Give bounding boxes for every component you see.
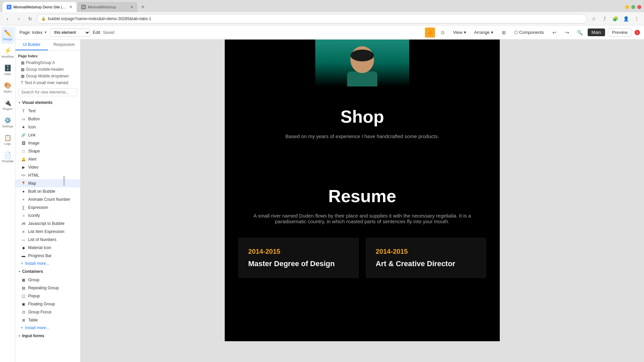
search-btn[interactable]: 🔍 (575, 27, 585, 38)
page-dropdown-icon: ▼ (44, 31, 47, 34)
panel-collapse-handle[interactable] (63, 176, 65, 186)
main-button[interactable]: Main (588, 28, 605, 36)
tab-close-1[interactable]: ✕ (69, 5, 72, 9)
sidebar-item-data[interactable]: 🗄️ Data (1, 62, 14, 78)
address-bar[interactable]: 🔒 bubble.io/page?name=index&id=demo-3028… (37, 14, 587, 23)
repeating-group-icon: ▤ (21, 285, 26, 291)
element-group[interactable]: ▦ Group (15, 276, 80, 284)
forward-button[interactable]: › (14, 14, 23, 23)
containers-toggle[interactable]: ▼ Containers (15, 267, 80, 276)
element-floating-group[interactable]: ▣ Floating Group (15, 300, 80, 308)
grid-icon-btn[interactable]: ⊞ (499, 27, 509, 38)
tab-active[interactable]: B MinimalWebshop Demo Site | Bu... ✕ (3, 2, 76, 12)
view-button[interactable]: View ▾ (450, 28, 469, 36)
element-table[interactable]: ⊞ Table (15, 316, 80, 324)
sidebar-item-settings[interactable]: ⚙️ Settings (1, 114, 14, 131)
resume-year-1: 2014-2015 (376, 248, 476, 255)
window-close[interactable] (637, 5, 641, 9)
alert-element-icon: 🔔 (21, 157, 26, 162)
tab-close-2[interactable]: ✕ (130, 5, 133, 9)
element-map[interactable]: 📍 Map (15, 179, 80, 187)
menu-icon[interactable]: ⋮ (632, 14, 641, 23)
extensions-icon[interactable]: 🧩 (610, 14, 620, 23)
element-built-on-bubble[interactable]: ● Built on Bubble (15, 187, 80, 195)
element-icon[interactable]: ★ Icon (15, 123, 80, 131)
link-label: Link (28, 133, 36, 137)
sidebar-item-template[interactable]: 📄 Template (1, 149, 14, 166)
element-shape[interactable]: □ Shape (15, 147, 80, 155)
shop-subtitle: Based on my years of experience I have h… (278, 133, 446, 139)
share-icon[interactable]: ⤴ (600, 14, 609, 23)
element-button[interactable]: ▭ Button (15, 115, 80, 123)
tree-item-icon-mobile-header: ▦ (21, 67, 24, 72)
element-video[interactable]: ▶ Video (15, 163, 80, 171)
address-text: bubble.io/page?name=index&id=demo-30285&… (48, 16, 151, 21)
element-javascript-to-bubble[interactable]: JS Javascript to Bubble (15, 220, 80, 228)
main-canvas[interactable]: Shop Based on my years of experience I h… (80, 40, 644, 362)
resume-subtitle: A small river named Duden flows by their… (245, 213, 480, 224)
redo-btn[interactable]: ↪ (562, 27, 572, 38)
styles-label: Styles (3, 90, 12, 93)
undo-btn[interactable]: ↩ (549, 27, 559, 38)
element-alert[interactable]: 🔔 Alert (15, 155, 80, 163)
element-progress-bar[interactable]: ▬ Progress Bar (15, 252, 80, 260)
element-popup[interactable]: ⬜ Popup (15, 292, 80, 300)
input-forms-toggle[interactable]: ▼ Input forms (15, 331, 80, 340)
sidebar-item-styles[interactable]: 🎨 Styles (1, 79, 14, 96)
search-toolbar-btn[interactable]: ⊙ (438, 27, 448, 38)
install-more-visual-btn[interactable]: + Install more... (15, 260, 80, 267)
tree-item-group-mobile-dropdown[interactable]: ▦ Group Mobile dropdown (15, 73, 80, 79)
visual-elements-toggle[interactable]: ▼ Visual elements (15, 98, 80, 107)
logs-label: Logs (4, 142, 11, 145)
notification-badge[interactable]: 1 (635, 30, 640, 35)
tree-item-floating-group-a[interactable]: ▦ FloatingGroup A (15, 59, 80, 66)
tab-inactive[interactable]: M MinimalWebshop ✕ (77, 2, 138, 12)
element-repeating-group[interactable]: ▤ Repeating Group (15, 284, 80, 292)
input-forms-arrow: ▼ (18, 335, 21, 338)
profile-icon[interactable]: 👤 (621, 14, 631, 23)
element-text[interactable]: T Text (15, 107, 80, 115)
sidebar-item-design[interactable]: ✏️ Design (1, 27, 14, 44)
element-search-input[interactable] (18, 88, 77, 96)
arrange-button[interactable]: Arrange ▾ (472, 28, 496, 36)
element-link[interactable]: 🔗 Link (15, 131, 80, 139)
tree-item-group-mobile-header[interactable]: ▦ Group mobile-header (15, 66, 80, 73)
element-iconify[interactable]: ☆ Iconify (15, 212, 80, 220)
reload-button[interactable]: ↻ (25, 14, 35, 23)
element-selector[interactable]: this element (50, 28, 90, 37)
sidebar-item-workflow[interactable]: ⚡ Workflow (1, 44, 14, 61)
install-more-visual-icon: + (21, 261, 23, 266)
page-selector[interactable]: Page: index ▼ (19, 30, 47, 35)
group-label: Group (28, 278, 39, 282)
element-html[interactable]: </> HTML (15, 171, 80, 179)
components-button[interactable]: ⬡ Components (512, 28, 547, 36)
install-more-containers-btn[interactable]: + Install more... (15, 324, 80, 331)
data-label: Data (4, 72, 11, 76)
bubble-icon-btn[interactable]: 🔶 (425, 27, 435, 38)
preview-button[interactable]: Preview (608, 28, 632, 37)
sidebar-item-logs[interactable]: 📋 Logs (1, 131, 14, 148)
sidebar-item-plugins[interactable]: 🔌 Plugins (1, 97, 14, 113)
element-list-of-numbers[interactable]: — List of Numbers (15, 236, 80, 244)
element-material-icon[interactable]: ◆ Material Icon (15, 244, 80, 252)
element-group-focus[interactable]: ⊡ Group Focus (15, 308, 80, 316)
settings-icon: ⚙️ (4, 117, 11, 124)
components-icon: ⬡ (514, 30, 518, 35)
edit-link[interactable]: Edit (93, 30, 100, 35)
window-maximize[interactable] (631, 5, 635, 9)
element-expression[interactable]: ∑ Expression (15, 203, 80, 212)
back-button[interactable]: ‹ (3, 14, 12, 23)
app: ✏️ Design ⚡ Workflow 🗄️ Data 🎨 Styles 🔌 … (0, 25, 644, 362)
bookmark-icon[interactable]: ☆ (589, 14, 598, 23)
install-more-visual-label: Install more... (25, 261, 49, 266)
tab-ui-builder[interactable]: UI Builder (15, 40, 48, 50)
window-minimize[interactable] (625, 5, 629, 9)
new-tab-button[interactable]: + (138, 2, 148, 12)
tab-responsive[interactable]: Responsive (48, 40, 80, 50)
tree-item-text-small-river[interactable]: T Text A small river named (15, 79, 80, 86)
element-image[interactable]: 🖼 Image (15, 139, 80, 147)
group-element-icon: ▦ (21, 277, 26, 283)
element-animate-count[interactable]: + Animate Count Number (15, 195, 80, 203)
progress-bar-icon: ▬ (21, 253, 26, 258)
element-list-item-expression[interactable]: ≡ List Item Expression (15, 228, 80, 236)
